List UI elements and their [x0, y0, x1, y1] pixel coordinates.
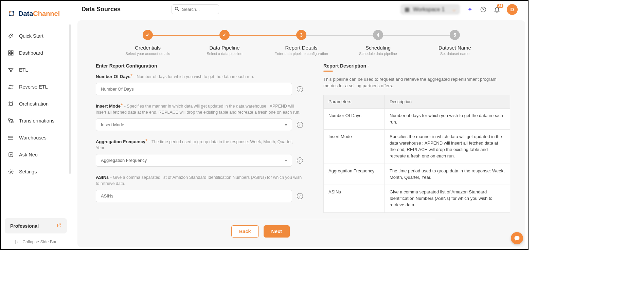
step-subtitle: Select a data pipeline: [207, 52, 242, 56]
collapse-sidebar-button[interactable]: |← Collapse Side Bar: [1, 240, 71, 249]
step-subtitle: Select your account details: [125, 52, 170, 56]
svg-point-13: [8, 88, 10, 89]
field-label: ASINs: [96, 175, 109, 180]
field-asins: ASINs - Give a comma separated list of A…: [96, 174, 303, 202]
sidebar: DataChannel Quick Start Dashboard ETL: [1, 1, 71, 249]
wizard-stepper: ✓ Credentials Select your account detail…: [109, 30, 493, 56]
step-connector: [378, 35, 455, 36]
svg-point-14: [9, 102, 10, 103]
nav-label: Quick Start: [19, 33, 43, 39]
svg-rect-6: [12, 51, 13, 52]
field-label: Aggregation Frequency: [96, 139, 145, 144]
ai-sparkle-icon[interactable]: ✦: [466, 6, 473, 13]
sidebar-item-quick-start[interactable]: Quick Start: [3, 28, 68, 44]
desc-heading: Report Description: [323, 63, 366, 69]
step-subtitle: Schedule data pipeline: [359, 52, 397, 56]
sidebar-nav: Quick Start Dashboard ETL Reverse ETL Or…: [1, 22, 71, 218]
required-star: *: [121, 103, 123, 109]
step-credentials[interactable]: ✓ Credentials Select your account detail…: [109, 30, 186, 56]
asins-input[interactable]: [96, 190, 292, 202]
ask-neo-icon: [7, 151, 14, 158]
svg-rect-19: [12, 121, 13, 123]
rocket-icon: [7, 33, 14, 39]
svg-point-9: [8, 68, 10, 69]
transformations-icon: [7, 117, 14, 124]
brand-text: DataChannel: [18, 10, 60, 18]
field-insert-mode: Insert Mode* - Specifies the manner in w…: [96, 103, 303, 131]
wizard-buttons: Back Next: [92, 225, 510, 238]
svg-rect-18: [8, 119, 10, 120]
field-help: - Specifies the manner in which data wil…: [96, 104, 300, 115]
step-number: 4: [373, 30, 383, 40]
step-check-icon: ✓: [219, 30, 230, 40]
main-content: ✓ Credentials Select your account detail…: [77, 20, 525, 247]
table-row: ASINs Give a comma separated list of Ama…: [324, 185, 510, 213]
nav-label: Dashboard: [19, 50, 43, 56]
step-dataset-name[interactable]: 5 Dataset Name Set dataset name: [416, 30, 493, 56]
step-title: Dataset Name: [439, 45, 471, 51]
step-title: Data Pipeline: [209, 45, 239, 51]
info-icon[interactable]: i: [297, 157, 303, 164]
sidebar-item-settings[interactable]: Settings: [3, 164, 68, 180]
step-connector: [225, 35, 301, 36]
field-help: - Number of days for which you wish to g…: [134, 74, 254, 79]
section-title: Enter Report Configuration: [96, 63, 303, 69]
notifications-icon[interactable]: 34: [493, 6, 501, 13]
required-star: *: [145, 138, 147, 144]
nav-label: Transformations: [19, 118, 54, 124]
nav-label: ETL: [19, 67, 28, 73]
step-check-icon: ✓: [143, 30, 153, 40]
chat-fab[interactable]: [511, 232, 523, 244]
number-of-days-input[interactable]: [96, 83, 292, 95]
next-button[interactable]: Next: [264, 225, 290, 238]
back-button[interactable]: Back: [231, 225, 259, 238]
svg-point-11: [11, 71, 12, 72]
step-subtitle: Set dataset name: [440, 52, 469, 56]
cell-desc: Give a comma separated list of Amazon St…: [385, 185, 510, 213]
reverse-etl-icon: [7, 83, 14, 90]
logo-mark-icon: [7, 9, 16, 18]
header-right: ▦ Workspace 1 ⌵ ✦ 34 D: [400, 4, 518, 15]
sidebar-item-etl[interactable]: ETL: [3, 62, 68, 78]
cell-desc: The time period used to group data in th…: [385, 164, 510, 185]
sidebar-scrollbar[interactable]: [69, 24, 71, 174]
table-row: Insert Mode Specifies the manner in whic…: [324, 130, 510, 164]
step-scheduling[interactable]: 4 Scheduling Schedule data pipeline: [340, 30, 416, 56]
sidebar-item-reverse-etl[interactable]: Reverse ETL: [3, 79, 68, 95]
th-parameters: Parameters: [324, 95, 385, 108]
step-subtitle: Enter data pipeline configuration: [274, 52, 328, 56]
step-connector: [148, 35, 225, 36]
plan-label: Professional: [10, 223, 39, 229]
sidebar-item-warehouses[interactable]: Warehouses: [3, 130, 68, 146]
sidebar-item-transformations[interactable]: Transformations: [3, 113, 68, 129]
avatar[interactable]: D: [507, 4, 518, 15]
required-star: *: [130, 73, 132, 79]
insert-mode-select[interactable]: Insert Mode ▾: [96, 118, 292, 131]
step-report-details[interactable]: 3 Report Details Enter data pipeline con…: [263, 30, 340, 56]
desc-underline: [323, 71, 333, 72]
search-icon: [174, 6, 180, 13]
step-title: Report Details: [285, 45, 317, 51]
chevron-down-icon: ⌵: [452, 6, 456, 13]
step-data-pipeline[interactable]: ✓ Data Pipeline Select a data pipeline: [186, 30, 263, 56]
workspace-switcher[interactable]: ▦ Workspace 1 ⌵: [400, 4, 460, 15]
aggregation-frequency-select[interactable]: Aggregation Frequency ▾: [96, 154, 292, 167]
sidebar-item-dashboard[interactable]: Dashboard: [3, 45, 68, 61]
field-help: - Give a comma separated list of Amazon …: [96, 175, 302, 186]
help-icon[interactable]: [480, 6, 487, 13]
sidebar-item-orchestration[interactable]: Orchestration: [3, 96, 68, 112]
field-label: Number Of Days: [96, 74, 130, 79]
svg-point-21: [10, 171, 12, 173]
nav-label: Orchestration: [19, 101, 49, 107]
plan-badge[interactable]: Professional: [5, 218, 67, 233]
svg-point-12: [12, 85, 13, 86]
info-icon[interactable]: i: [297, 86, 303, 92]
sidebar-item-ask-neo[interactable]: Ask Neo: [3, 147, 68, 163]
info-icon[interactable]: i: [297, 122, 303, 128]
info-icon[interactable]: i: [297, 193, 303, 199]
brand-logo[interactable]: DataChannel: [1, 1, 71, 22]
svg-point-16: [9, 105, 10, 106]
gear-icon: [7, 168, 14, 175]
svg-point-4: [11, 35, 12, 36]
external-link-icon: [57, 223, 61, 229]
